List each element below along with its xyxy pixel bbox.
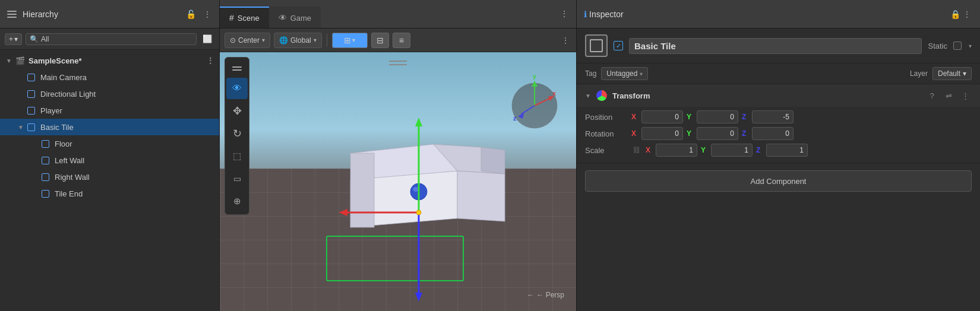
tree-item-left-wall[interactable]: ▶ Left Wall <box>0 152 219 169</box>
position-z-label: Z <box>742 113 750 121</box>
scale-y-field: Y <box>701 144 753 157</box>
position-row: Position X Y Z <box>585 110 972 123</box>
scale-y-input[interactable] <box>711 144 753 157</box>
scale-x-field: X <box>646 144 697 157</box>
scene-tabs-bar: # Scene 👁 Game ⋮ <box>220 0 576 28</box>
tag-dropdown[interactable]: Untagged ▾ <box>601 67 648 80</box>
eye-icon: 👁 <box>232 83 242 94</box>
position-y-input[interactable] <box>697 110 738 123</box>
scene-toolbar: ⊙ Center ▾ 🌐 Global ▾ ⊞ ▾ ⊟ ≡ ⋮ <box>220 28 576 52</box>
tree-item-basic-tile[interactable]: ▼ Basic Tile <box>0 119 219 135</box>
tree-label-main-camera: Main Camera <box>40 73 87 82</box>
transform-more-button[interactable]: ⋮ <box>959 89 972 102</box>
snap-icon: ⊟ <box>377 36 384 45</box>
scene-options-icon[interactable]: ⋮ <box>206 56 214 65</box>
layer-value: Default <box>938 69 960 78</box>
scale-z-input[interactable] <box>766 144 808 157</box>
position-xyz: X Y Z <box>631 110 972 123</box>
tree-item-player[interactable]: ▶ Player <box>0 102 219 119</box>
position-label: Position <box>585 113 627 122</box>
toolbar-more-icon[interactable]: ⋮ <box>559 34 571 46</box>
scene-rect-tool-button[interactable]: ▭ <box>226 168 248 189</box>
transform-help-button[interactable]: ? <box>925 89 938 102</box>
static-checkbox[interactable] <box>953 42 962 50</box>
tab-scene[interactable]: # Scene <box>220 7 269 28</box>
scene-tab-label: Scene <box>238 14 260 23</box>
scene-move-tool-button[interactable]: ✥ <box>226 100 248 122</box>
add-component-button[interactable]: Add Component <box>585 170 972 192</box>
toolbar-right: ⋮ <box>559 34 571 46</box>
position-z-input[interactable] <box>752 110 794 123</box>
scale-out-icon: ⬚ <box>233 151 241 161</box>
svg-point-15 <box>512 83 557 128</box>
transform-component-icon <box>596 90 608 101</box>
svg-marker-17 <box>532 81 538 87</box>
rotation-x-field: X <box>631 127 683 140</box>
inspector-lock-icon[interactable]: 🔒 <box>949 8 961 20</box>
position-y-field: Y <box>687 110 738 123</box>
inspector-panel: ℹ Inspector 🔒 ⋮ ✓ Static ▾ Tag Untagged … <box>576 0 980 311</box>
svg-text:y: y <box>533 72 537 80</box>
svg-text:z: z <box>513 115 517 122</box>
tree-item-tile-end[interactable]: ▶ Tile End <box>0 185 219 202</box>
scene-viewport[interactable]: x y z 👁 ✥ ↻ ⬚ ▭ <box>220 52 576 311</box>
rotation-z-label: Z <box>742 129 750 138</box>
expand-hierarchy-button[interactable]: ⬜ <box>200 32 214 46</box>
rotation-z-input[interactable] <box>752 127 794 140</box>
toolbar-divider-1 <box>327 34 327 47</box>
inspector-header: ℹ Inspector 🔒 ⋮ <box>577 0 980 28</box>
transform-component-header[interactable]: ▼ Transform ? ⇌ ⋮ <box>577 84 980 107</box>
center-dropdown-button[interactable]: ⊙ Center ▾ <box>225 33 270 48</box>
search-input[interactable] <box>41 35 192 43</box>
hierarchy-more-icon[interactable]: ⋮ <box>201 8 213 20</box>
extra-toolbar-button[interactable]: ≡ <box>393 33 410 48</box>
center-more-icon[interactable]: ⋮ <box>558 8 570 20</box>
scene-rotate-tool-button[interactable]: ↻ <box>226 123 248 144</box>
search-icon: 🔍 <box>30 35 39 43</box>
scene-root-item[interactable]: ▼ 🎬 SampleScene* ⋮ <box>0 52 219 69</box>
add-hierarchy-button[interactable]: + ▾ <box>5 33 22 45</box>
scene-icon: 🎬 <box>15 56 25 65</box>
tree-item-floor[interactable]: ▶ Floor <box>0 135 219 152</box>
scene-view-options-button[interactable] <box>226 60 248 77</box>
position-x-input[interactable] <box>641 110 683 123</box>
scene-transform-tool-button[interactable]: ⊕ <box>226 191 248 212</box>
scene-tab-icon: # <box>229 13 234 23</box>
hierarchy-panel: Hierarchy 🔓 ⋮ + ▾ 🔍 ⬜ ▼ 🎬 SampleScene* ⋮… <box>0 0 220 311</box>
add-component-label: Add Component <box>751 177 807 186</box>
global-dropdown-button[interactable]: 🌐 Global ▾ <box>274 33 322 48</box>
layer-dropdown[interactable]: Default ▾ <box>932 67 972 80</box>
tree-label-right-wall: Right Wall <box>55 173 90 182</box>
rotation-x-input[interactable] <box>641 127 683 140</box>
static-dropdown-arrow[interactable]: ▾ <box>969 43 972 49</box>
snap-button[interactable]: ⊟ <box>371 33 389 48</box>
rotation-y-input[interactable] <box>697 127 738 140</box>
tree-item-main-camera[interactable]: ▶ Main Camera <box>0 69 219 85</box>
object-name-input[interactable] <box>629 38 922 54</box>
move-icon: ✥ <box>233 104 242 118</box>
rotation-x-label: X <box>631 129 640 138</box>
grid-toggle-button[interactable]: ⊞ ▾ <box>332 33 368 48</box>
rotation-label: Rotation <box>585 129 627 138</box>
svg-marker-19 <box>548 96 554 101</box>
rect-icon: ▭ <box>233 174 241 183</box>
scale-z-field: Z <box>756 144 808 157</box>
hierarchy-lock-icon[interactable]: 🔓 <box>185 8 197 20</box>
grid-btn-arrow: ▾ <box>352 37 355 43</box>
scale-x-input[interactable] <box>656 144 697 157</box>
tree-item-right-wall[interactable]: ▶ Right Wall <box>0 169 219 185</box>
svg-line-20 <box>521 106 535 114</box>
transform-settings-button[interactable]: ⇌ <box>942 89 955 102</box>
scale-link-icon[interactable]: ⛓ <box>631 145 642 156</box>
hierarchy-search[interactable]: 🔍 <box>26 33 197 45</box>
scene-scale-tool-button[interactable]: ⬚ <box>226 145 248 167</box>
inspector-more-icon[interactable]: ⋮ <box>961 8 973 20</box>
tag-chevron-icon: ▾ <box>640 71 643 77</box>
object-icon-box <box>585 34 608 57</box>
tab-game[interactable]: 👁 Game <box>269 7 321 28</box>
tree-item-directional-light[interactable]: ▶ Directional Light <box>0 85 219 102</box>
scene-view-tool-button[interactable]: 👁 <box>226 78 248 99</box>
position-z-field: Z <box>742 110 794 123</box>
cube-icon-main-camera <box>27 74 35 81</box>
object-active-checkbox[interactable]: ✓ <box>614 41 623 50</box>
